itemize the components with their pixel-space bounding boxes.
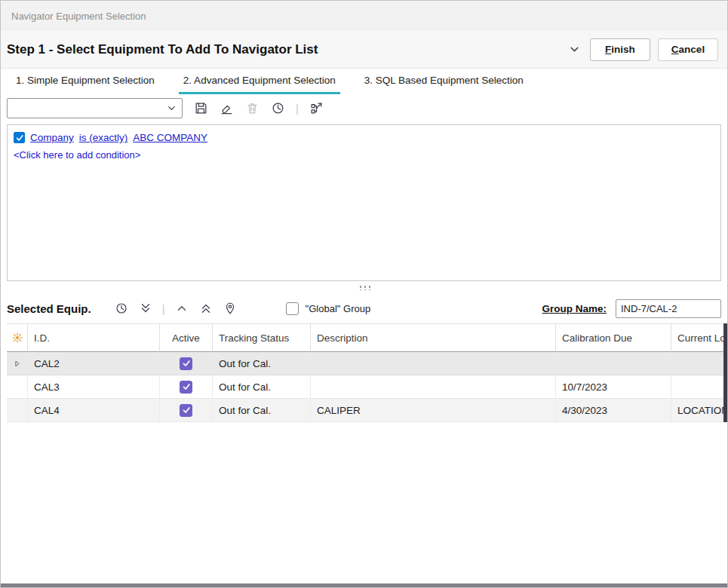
cell-current-location: LOCATION xyxy=(671,399,728,422)
cell-active xyxy=(160,352,213,375)
selbar-separator-1: | xyxy=(162,302,165,315)
table-row[interactable]: CAL2 Out for Cal. xyxy=(7,352,728,375)
splitter-handle[interactable] xyxy=(1,281,727,293)
column-header-calibration-due[interactable]: Calibration Due xyxy=(556,324,671,352)
combo-chevron-icon xyxy=(166,103,177,114)
sun-icon[interactable] xyxy=(7,324,28,352)
history-icon[interactable] xyxy=(114,301,129,316)
add-condition-link[interactable]: <Click here to add condition> xyxy=(14,149,714,161)
condition-field-link[interactable]: Company xyxy=(30,132,74,143)
column-header-id[interactable]: I.D. xyxy=(28,324,160,352)
cell-current-location xyxy=(671,352,728,375)
global-group-label: "Global" Group xyxy=(306,303,371,314)
splitter-grip-icon xyxy=(358,285,370,290)
cell-tracking-status: Out for Cal. xyxy=(213,399,311,422)
vertical-scrollbar[interactable] xyxy=(723,323,728,422)
column-header-current-location[interactable]: Current Lo xyxy=(671,324,728,352)
condition-operator-link[interactable]: is (exactly) xyxy=(79,132,128,143)
page-title: Step 1 - Select Equipment To Add To Navi… xyxy=(7,42,318,57)
cell-calibration-due xyxy=(556,352,671,375)
toolbar-separator: | xyxy=(296,102,299,115)
cell-id: CAL2 xyxy=(28,352,160,375)
cell-tracking-status: Out for Cal. xyxy=(213,352,311,375)
move-up-icon[interactable] xyxy=(174,301,189,316)
column-header-tracking-status[interactable]: Tracking Status xyxy=(213,324,311,352)
cell-description xyxy=(311,352,556,375)
move-all-down-icon[interactable] xyxy=(138,301,153,316)
grid-header-row: I.D. Active Tracking Status Description … xyxy=(7,323,728,352)
save-condition-icon[interactable] xyxy=(193,100,208,115)
tab-advanced-equipment-selection[interactable]: 2. Advanced Equipment Selection xyxy=(179,69,340,94)
location-pin-icon[interactable] xyxy=(223,301,238,316)
cell-description xyxy=(311,375,556,399)
cell-id: CAL3 xyxy=(28,375,160,399)
row-selector[interactable] xyxy=(7,399,28,422)
condition-value-link[interactable]: ABC COMPANY xyxy=(133,132,207,143)
cell-tracking-status: Out for Cal. xyxy=(213,375,311,399)
condition-history-icon[interactable] xyxy=(270,100,285,115)
navigator-equipment-selection-window: Navigator Equipment Selection Step 1 - S… xyxy=(0,0,728,588)
row-selector[interactable] xyxy=(7,375,28,399)
cell-active xyxy=(160,399,213,422)
condition-enabled-checkbox[interactable] xyxy=(14,132,25,143)
selected-equipment-grid: I.D. Active Tracking Status Description … xyxy=(7,323,728,422)
step-tabs: 1. Simple Equipment Selection 2. Advance… xyxy=(1,69,727,94)
cell-calibration-due: 4/30/2023 xyxy=(556,399,671,422)
table-row[interactable]: CAL3 Out for Cal. 10/7/2023 xyxy=(7,375,728,399)
active-checkbox[interactable] xyxy=(180,357,192,370)
table-row[interactable]: CAL4 Out for Cal. CALIPER 4/30/2023 LOCA… xyxy=(7,399,728,422)
finish-button[interactable]: Finish xyxy=(590,38,650,61)
selected-equipment-bar: Selected Equip. | "Global" Group Group N… xyxy=(1,293,727,323)
cell-calibration-due: 10/7/2023 xyxy=(556,375,671,399)
cell-current-location xyxy=(671,375,728,399)
active-checkbox[interactable] xyxy=(180,381,192,394)
column-header-description[interactable]: Description xyxy=(311,324,556,352)
selected-equip-title: Selected Equip. xyxy=(7,302,91,315)
active-checkbox[interactable] xyxy=(180,404,192,417)
group-name-label: Group Name: xyxy=(542,303,607,314)
tab-sql-based-equipment-selection[interactable]: 3. SQL Based Equipment Selection xyxy=(360,69,528,94)
window-title: Navigator Equipment Selection xyxy=(11,11,146,22)
group-name-input[interactable] xyxy=(616,299,721,318)
cancel-button[interactable]: Cancel xyxy=(658,38,718,61)
step-header: Step 1 - Select Equipment To Add To Navi… xyxy=(1,31,727,69)
global-group-checkbox[interactable] xyxy=(286,302,299,315)
clear-condition-icon[interactable] xyxy=(219,100,234,115)
column-header-active[interactable]: Active xyxy=(160,324,213,352)
cell-id: CAL4 xyxy=(28,399,160,422)
move-all-up-icon[interactable] xyxy=(198,301,213,316)
row-selector-arrow-icon[interactable] xyxy=(7,352,28,375)
cell-active xyxy=(160,375,213,399)
condition-toolbar: | xyxy=(1,94,727,121)
saved-condition-select[interactable] xyxy=(7,98,183,118)
collapse-chevron-icon[interactable] xyxy=(566,41,582,58)
window-resize-edge[interactable] xyxy=(1,583,727,587)
cell-description: CALIPER xyxy=(311,399,556,422)
export-tree-icon[interactable] xyxy=(309,100,324,115)
delete-condition-icon[interactable] xyxy=(244,100,260,115)
tab-simple-equipment-selection[interactable]: 1. Simple Equipment Selection xyxy=(11,69,159,94)
condition-builder-panel: Company is (exactly) ABC COMPANY <Click … xyxy=(7,124,721,281)
title-bar: Navigator Equipment Selection xyxy=(1,1,727,31)
